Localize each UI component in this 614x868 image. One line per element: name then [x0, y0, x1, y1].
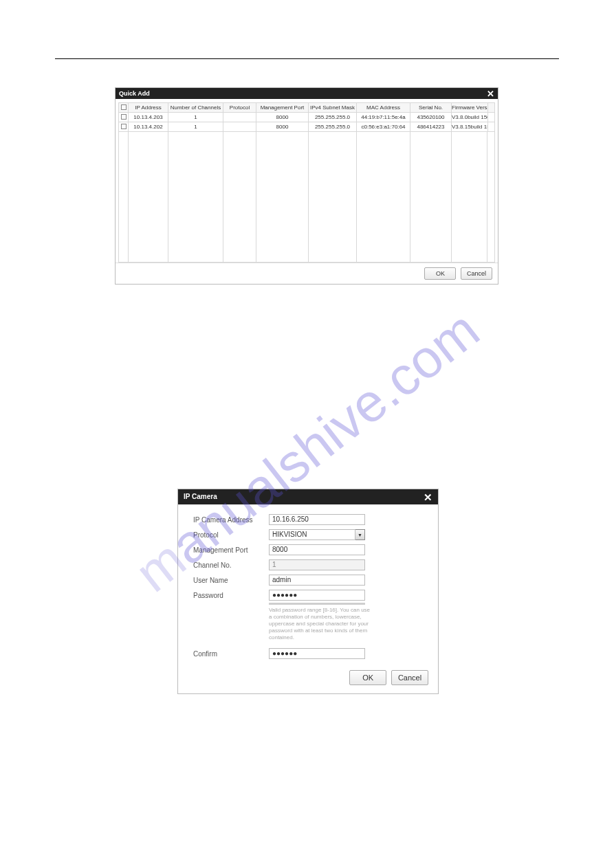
- password-field[interactable]: ●●●●●●: [269, 590, 365, 601]
- cell-channels: 1: [168, 113, 223, 122]
- cell-ip: 10.13.4.202: [129, 122, 168, 132]
- quick-add-title: Quick Add: [119, 88, 150, 99]
- close-icon[interactable]: ✕: [424, 493, 432, 502]
- port-field[interactable]: 8000: [269, 544, 365, 555]
- label-pass: Password: [193, 592, 269, 599]
- cell-channels: 1: [168, 122, 223, 132]
- ip-camera-dialog: IP Camera ✕ IP Camera Address 10.16.6.25…: [177, 489, 439, 694]
- table-row[interactable]: 10.13.4.203 1 8000 255.255.255.0 44:19:b…: [119, 113, 495, 122]
- cell-protocol: [223, 113, 256, 122]
- protocol-field[interactable]: HIKVISION: [269, 529, 355, 540]
- quick-add-dialog: Quick Add ✕ IP Address Number of Channel…: [115, 87, 498, 285]
- checkbox-row[interactable]: [121, 114, 127, 120]
- cancel-button[interactable]: Cancel: [461, 267, 492, 280]
- ok-button[interactable]: OK: [424, 267, 456, 280]
- cell-port: 8000: [256, 122, 309, 132]
- addr-field[interactable]: 10.16.6.250: [269, 514, 365, 525]
- table-header-row: IP Address Number of Channels Protocol M…: [119, 103, 495, 113]
- chevron-down-icon[interactable]: ▼: [355, 529, 365, 540]
- label-addr: IP Camera Address: [193, 516, 269, 524]
- ip-camera-footer: OK Cancel: [178, 666, 438, 693]
- cell-mask: 255.255.255.0: [309, 113, 357, 122]
- cell-mac: c0:56:e3:a1:70:64: [357, 122, 410, 132]
- label-port: Management Port: [193, 546, 269, 554]
- checkbox-all[interactable]: [121, 104, 127, 110]
- cell-port: 8000: [256, 113, 309, 122]
- col-channels: Number of Channels: [168, 103, 223, 113]
- cell-serial: 486414223: [410, 122, 452, 132]
- cell-ip: 10.13.4.203: [129, 113, 168, 122]
- table-empty-area: [118, 132, 495, 263]
- col-port: Management Port: [256, 103, 309, 113]
- label-confirm: Confirm: [193, 650, 269, 658]
- password-hint: Valid password range [8-16]. You can use…: [269, 607, 372, 641]
- cell-mask: 255.255.255.0: [309, 122, 357, 132]
- cancel-button[interactable]: Cancel: [391, 670, 428, 685]
- close-icon[interactable]: ✕: [487, 89, 494, 98]
- cell-fw: V3.8.0build 150113: [452, 113, 488, 122]
- channel-no-field: 1: [269, 559, 365, 570]
- ip-camera-title: IP Camera: [184, 489, 217, 504]
- col-mac: MAC Address: [357, 103, 410, 113]
- checkbox-row[interactable]: [121, 124, 127, 129]
- table-row[interactable]: 10.13.4.202 1 8000 255.255.255.0 c0:56:e…: [119, 122, 495, 132]
- col-ip: IP Address: [129, 103, 168, 113]
- quick-add-table: IP Address Number of Channels Protocol M…: [118, 102, 495, 132]
- username-field[interactable]: admin: [269, 575, 365, 586]
- quick-add-footer: OK Cancel: [116, 263, 498, 284]
- cell-mac: 44:19:b7:11:5e:4a: [357, 113, 410, 122]
- quick-add-header: Quick Add ✕: [116, 88, 498, 99]
- password-strength-meter: [269, 603, 365, 605]
- cell-protocol: [223, 122, 256, 132]
- col-mask: IPv4 Subnet Mask: [309, 103, 357, 113]
- col-fw: Firmware Version: [452, 103, 488, 113]
- cell-serial: 435620100: [410, 113, 452, 122]
- label-chno: Channel No.: [193, 561, 269, 569]
- ok-button[interactable]: OK: [349, 670, 386, 685]
- cell-fw: V3.8.15build 150506: [452, 122, 488, 132]
- ip-camera-header: IP Camera ✕: [178, 489, 438, 504]
- col-protocol: Protocol: [223, 103, 256, 113]
- top-rule: [55, 58, 559, 59]
- confirm-field[interactable]: ●●●●●●: [269, 648, 365, 659]
- label-user: User Name: [193, 577, 269, 584]
- label-protocol: Protocol: [193, 531, 269, 539]
- col-serial: Serial No.: [410, 103, 452, 113]
